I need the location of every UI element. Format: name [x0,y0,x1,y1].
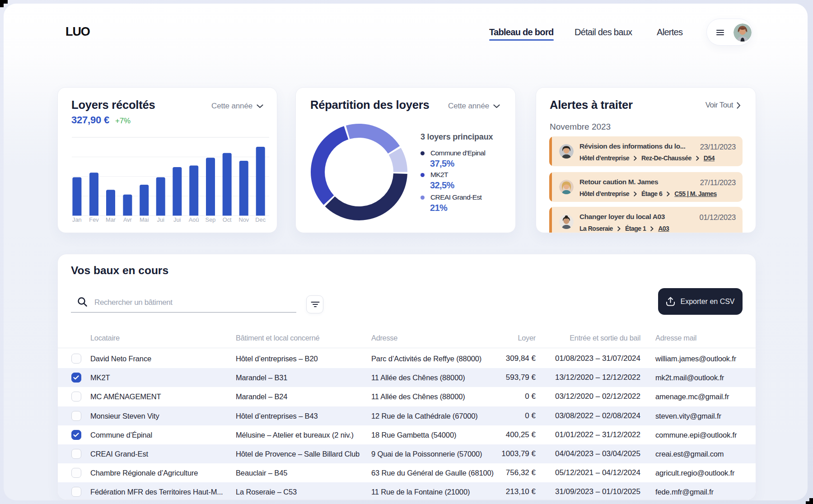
nav-item-2[interactable]: Détail des baux [575,27,632,37]
alert-title: Révision des informations du lo... [579,142,685,150]
export-icon [666,297,675,307]
avatar-image [734,23,752,42]
legend-pct-1: 37,5% [430,159,454,169]
row-checkbox[interactable] [71,392,81,401]
legend-item-3: CREAI Grand-Est [421,193,481,201]
cell-dates: 01/08/2023 – 31/07/2024 [555,354,640,363]
bar-label-11: Dec [255,216,266,223]
table-row-3[interactable]: MC AMÉNAGEMENTMarandel – B2411 Allée des… [58,387,756,406]
donut-segment-1 [311,126,348,205]
legend-name-1: Commune d’Epinal [430,149,485,157]
cell-batiment: Marandel – B31 [236,373,287,382]
nav-active-underline [489,39,554,41]
cell-adresse: 63 Rue du Général de Gaulle (68100) [371,469,494,477]
alert-title: Changer loyer du local A03 [579,213,665,221]
cell-mail: agricult.regio@outlook.fr [655,469,734,477]
crumb-3[interactable]: A03 [658,225,669,232]
bar-Sep-8 [206,158,215,215]
table-row-5[interactable]: Commune d’ÉpinalMélusine – Atelier et bu… [58,425,756,444]
legend-name-3: CREAI Grand-Est [430,193,481,201]
row-checkbox[interactable] [71,354,81,364]
legend-name-2: MK2T [430,171,448,179]
cell-adresse: 18 Rue Gambetta (54000) [371,430,456,439]
col-header-5: Entrée et sortie du bail [570,334,640,342]
cell-locataire: Commune d’Épinal [90,430,152,439]
row-checkbox[interactable] [71,411,81,421]
bar-chart: JanFevMarAvrMaiJuiJuiAoûSepOctNovDec [58,88,278,233]
table-header-divider [58,348,756,348]
table-row-8[interactable]: Fédération MFR des Territoires Haut-M...… [58,482,756,500]
cell-loyer: 309,84 € [506,354,536,363]
export-csv-label: Exporter en CSV [680,298,734,306]
search-input[interactable]: Rechercher un bâtiment [71,296,296,313]
col-header-2: Bâtiment et local concerné [236,334,319,342]
bar-Mai-4 [140,185,149,215]
cell-batiment: Hôtel d’entreprises – B20 [236,355,318,363]
row-checkbox[interactable] [71,468,81,478]
crumb-2: Étage 1 [625,225,646,232]
cell-mail: creai.est@gmail.com [655,450,724,458]
col-header-3: Adresse [371,334,397,342]
search-placeholder: Rechercher un bâtiment [94,298,173,307]
alert-breadcrumb: Hôtel d’entrepriseRez-De-ChausséeD54 [579,154,715,162]
check-icon [73,375,79,380]
chevron-right-icon [667,191,670,196]
chevron-right-icon [634,191,637,196]
cell-dates: 13/12/2020 – 12/12/2022 [555,373,640,382]
filter-button[interactable] [306,295,323,313]
alert-item-1[interactable]: Révision des informations du lo...23/11/… [549,136,743,166]
cell-batiment: Hôtel d’entreprises – B43 [236,411,318,420]
screen-artifact-bottom-right-b [809,498,813,504]
bar-Dec-11 [256,147,265,216]
row-checkbox[interactable] [71,487,81,497]
bar-label-10: Nov [238,216,249,223]
crumb-2: Étage 6 [641,190,662,197]
table-row-1[interactable]: David Neto FranceHôtel d’entreprises – B… [58,349,756,368]
export-csv-button[interactable]: Exporter en CSV [658,288,743,315]
table-row-4[interactable]: Monsieur Steven VityHôtel d’entreprises … [58,406,756,425]
alert-accent-bar [549,207,552,233]
crumb-1: Hôtel d’entreprise [579,190,629,197]
alert-avatar [559,215,574,229]
alert-item-3[interactable]: Changer loyer du local A0301/12/2023La R… [549,207,743,233]
row-checkbox[interactable] [71,373,81,383]
crumb-3[interactable]: C55 | M. James [674,190,716,197]
hamburger-icon [716,30,724,35]
nav-item-3[interactable]: Alertes [657,27,682,37]
crumb-3[interactable]: D54 [704,154,715,162]
bar-Oct-9 [223,153,232,216]
alert-item-2[interactable]: Retour caution M. James27/11/2023Hôtel d… [549,172,743,202]
avatar[interactable] [734,23,752,42]
row-checkbox[interactable] [71,430,81,440]
crumb-1: La Roseraie [579,225,613,232]
table-row-2[interactable]: MK2TMarandel – B3111 Allée des Chênes (8… [58,368,756,387]
cell-dates: 31/09/2023 – 01/10/2025 [555,487,640,496]
table-row-7[interactable]: Chambre Régionale d’AgricultureBeauclair… [58,463,756,482]
cell-adresse: 11 Allée des Chênes (88000) [371,392,465,401]
voir-tout-link[interactable]: Voir Tout [706,101,741,110]
table-row-6[interactable]: CREAI Grand-EstHôtel de Provence – Salle… [58,444,756,463]
cell-loyer: 593,79 € [506,373,536,382]
cell-loyer: 756,32 € [506,468,536,477]
cell-batiment: La Roseraie – C53 [236,488,297,496]
brand-logo[interactable]: LUO [65,25,90,39]
row-checkbox[interactable] [71,449,81,459]
bar-label-5: Jui [157,216,164,223]
nav-item-1[interactable]: Tableau de bord [489,27,553,37]
col-header-4: Loyer [518,334,536,342]
bar-Avr-3 [123,195,132,216]
chevron-right-icon [634,156,637,161]
donut-segment-0 [325,173,407,220]
col-header-1: Locataire [90,334,120,342]
alert-breadcrumb: Hôtel d’entrepriseÉtage 6C55 | M. James [579,190,717,197]
alert-date: 01/12/2023 [699,213,736,222]
bar-label-0: Jan [72,216,82,223]
bar-label-7: Aoû [189,216,199,223]
alert-date: 23/11/2023 [700,143,736,151]
cell-mail: steven.vity@gmail.fr [655,411,721,420]
legend-dot-1 [421,151,425,155]
bar-label-3: Avr [123,216,132,223]
bar-Aoû-7 [189,166,198,216]
profile-menu-button[interactable] [706,19,752,46]
cell-adresse: Parc d’Activités de Reffye (88000) [371,355,481,363]
